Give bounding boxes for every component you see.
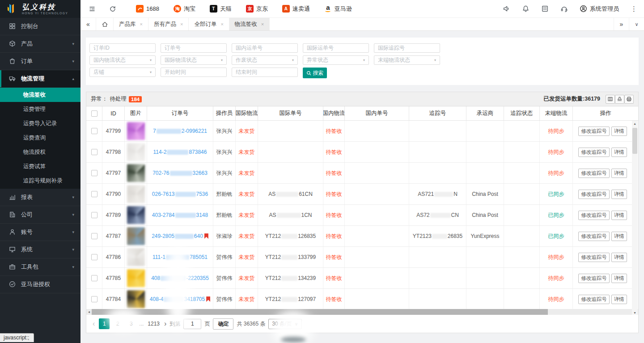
vertical-scrollbar[interactable]: ▴ ▾ bbox=[632, 121, 638, 316]
edit-tracking-button[interactable]: 修改追踪号 bbox=[578, 274, 610, 283]
row-checkbox[interactable] bbox=[91, 191, 97, 197]
product-thumbnail[interactable] bbox=[127, 206, 145, 224]
detail-button[interactable]: 详情 bbox=[611, 169, 627, 178]
order-number-link[interactable]: 408-43418705 bbox=[150, 296, 205, 302]
tab-产品库[interactable]: 产品库× bbox=[114, 18, 148, 30]
more-menu-icon[interactable]: ⋮ bbox=[631, 5, 638, 13]
edit-tracking-button[interactable]: 修改追踪号 bbox=[578, 253, 610, 262]
detail-button[interactable]: 详情 bbox=[611, 127, 627, 136]
detail-button[interactable]: 详情 bbox=[611, 190, 627, 199]
tab-所有产品[interactable]: 所有产品× bbox=[148, 18, 189, 30]
sidebar-item-物流管理[interactable]: 物流管理▴ bbox=[0, 70, 80, 88]
edit-tracking-button[interactable]: 修改追踪号 bbox=[578, 232, 610, 241]
sidebar-item-工具包[interactable]: 工具包▾ bbox=[0, 258, 80, 276]
tabs-scroll-left-icon[interactable]: « bbox=[80, 18, 96, 30]
sidebar-item-系统[interactable]: 系统▾ bbox=[0, 241, 80, 258]
refresh-icon[interactable] bbox=[109, 5, 116, 13]
row-checkbox[interactable] bbox=[91, 212, 97, 218]
filter-input-国内运单号[interactable]: 国内运单号 bbox=[232, 43, 298, 53]
product-thumbnail[interactable] bbox=[127, 290, 145, 308]
sidebar-subitem-运费导入记录[interactable]: 运费导入记录 bbox=[0, 116, 80, 131]
sidebar-subitem-运费查询[interactable]: 运费查询 bbox=[0, 131, 80, 145]
page-number-1213[interactable]: 1213 bbox=[146, 318, 161, 329]
platform-link-淘宝[interactable]: 淘淘宝 bbox=[174, 5, 195, 13]
sidebar-item-公司[interactable]: 公司▾ bbox=[0, 206, 80, 224]
scroll-up-arrow-icon[interactable]: ▴ bbox=[634, 121, 636, 127]
horizontal-scrollbar[interactable]: ◂ ▸ bbox=[86, 309, 638, 315]
filter-input-订单号[interactable]: 订单号 bbox=[161, 43, 227, 53]
platform-link-京东[interactable]: 京京东 bbox=[246, 5, 268, 13]
page-number-1[interactable]: 1 bbox=[99, 318, 110, 329]
product-thumbnail[interactable] bbox=[127, 185, 145, 203]
sidebar-subitem-物流授权[interactable]: 物流授权 bbox=[0, 145, 80, 159]
edit-tracking-button[interactable]: 修改追踪号 bbox=[578, 211, 610, 220]
edit-tracking-button[interactable]: 修改追踪号 bbox=[578, 295, 610, 304]
platform-link-1688[interactable]: 1688 bbox=[136, 5, 159, 13]
export-icon[interactable] bbox=[615, 95, 624, 104]
support-headset-icon[interactable] bbox=[560, 5, 568, 13]
detail-button[interactable]: 详情 bbox=[611, 232, 627, 241]
sidebar-subitem-运费试算[interactable]: 运费试算 bbox=[0, 159, 80, 174]
order-number-link[interactable]: 72-0996221 bbox=[153, 128, 207, 134]
edit-tracking-button[interactable]: 修改追踪号 bbox=[578, 190, 610, 199]
filter-select-国际物流状态[interactable]: 国际物流状态▾ bbox=[161, 55, 227, 65]
tab-物流签收[interactable]: 物流签收× bbox=[229, 18, 270, 30]
notification-bell-icon[interactable] bbox=[522, 5, 530, 13]
edit-tracking-button[interactable]: 修改追踪号 bbox=[578, 169, 610, 178]
page-size-select[interactable]: 30 条/页 ∨ bbox=[268, 319, 301, 329]
filter-input-结束时间[interactable]: 结束时间 bbox=[232, 68, 298, 77]
detail-button[interactable]: 详情 bbox=[611, 211, 627, 220]
search-button[interactable]: 搜索 bbox=[303, 68, 327, 78]
confirm-button[interactable]: 确定 bbox=[213, 318, 233, 330]
detail-button[interactable]: 详情 bbox=[611, 253, 627, 262]
filter-input-订单ID[interactable]: 订单ID bbox=[89, 43, 156, 53]
row-checkbox[interactable] bbox=[91, 233, 97, 239]
filter-select-异常状态[interactable]: 异常状态▾ bbox=[303, 55, 369, 65]
sidebar-item-订单[interactable]: 订单▾ bbox=[0, 53, 80, 70]
product-thumbnail[interactable] bbox=[127, 227, 145, 245]
product-thumbnail[interactable] bbox=[127, 122, 145, 140]
tab-全部订单[interactable]: 全部订单× bbox=[189, 18, 229, 30]
sidebar-collapse-icon[interactable] bbox=[89, 5, 96, 13]
page-number-2[interactable]: 2 bbox=[112, 318, 123, 329]
row-checkbox[interactable] bbox=[91, 296, 97, 302]
edit-tracking-button[interactable]: 修改追踪号 bbox=[578, 148, 610, 157]
filter-input-开始时间[interactable]: 开始时间 bbox=[161, 68, 227, 77]
row-checkbox[interactable] bbox=[91, 149, 97, 155]
sidebar-item-报表[interactable]: 报表▾ bbox=[0, 189, 80, 206]
platform-link-速卖通[interactable]: A速卖通 bbox=[282, 5, 310, 13]
filter-input-国际运单号[interactable]: 国际运单号 bbox=[303, 43, 369, 53]
close-tab-icon[interactable]: × bbox=[180, 21, 183, 27]
order-number-link[interactable]: 408-2220355 bbox=[151, 275, 209, 281]
scroll-left-arrow-icon[interactable]: ◂ bbox=[86, 309, 92, 315]
sidebar-subitem-运费管理[interactable]: 运费管理 bbox=[0, 102, 80, 116]
sidebar-item-产品[interactable]: 产品▾ bbox=[0, 35, 80, 53]
product-thumbnail[interactable] bbox=[127, 248, 145, 266]
sidebar-subitem-追踪号规则补录[interactable]: 追踪号规则补录 bbox=[0, 174, 80, 188]
row-checkbox[interactable] bbox=[91, 170, 97, 176]
row-checkbox[interactable] bbox=[91, 254, 97, 260]
sidebar-subitem-物流签收[interactable]: 物流签收 bbox=[0, 88, 80, 102]
detail-button[interactable]: 详情 bbox=[611, 295, 627, 304]
order-number-link[interactable]: 026-76137536 bbox=[152, 191, 208, 197]
filter-input-国际追踪号[interactable]: 国际追踪号 bbox=[374, 43, 440, 53]
columns-icon[interactable] bbox=[606, 95, 615, 104]
platform-link-天猫[interactable]: T天猫 bbox=[210, 5, 232, 13]
prev-page-icon[interactable]: ‹ bbox=[93, 320, 95, 328]
print-icon[interactable] bbox=[624, 95, 634, 104]
platform-link-亚马逊[interactable]: a亚马逊 bbox=[324, 5, 352, 13]
user-menu[interactable]: 系统管理员 bbox=[580, 5, 619, 13]
filter-select-末端物流状态[interactable]: 末端物流状态▾ bbox=[374, 55, 440, 65]
next-page-icon[interactable]: › bbox=[164, 320, 166, 328]
edit-tracking-button[interactable]: 修改追踪号 bbox=[578, 127, 610, 136]
row-checkbox[interactable] bbox=[91, 275, 97, 281]
close-tab-icon[interactable]: × bbox=[220, 21, 223, 27]
filter-select-店铺[interactable]: 店铺▾ bbox=[89, 68, 156, 77]
select-all-checkbox[interactable] bbox=[91, 110, 97, 117]
order-number-link[interactable]: 111-1785051 bbox=[153, 254, 208, 260]
tabs-scroll-right-icon[interactable]: » bbox=[614, 18, 629, 30]
home-tab[interactable] bbox=[96, 18, 114, 30]
order-number-link[interactable]: 702-7632663 bbox=[153, 170, 208, 176]
horizontal-scroll-thumb[interactable] bbox=[92, 309, 548, 315]
detail-button[interactable]: 详情 bbox=[611, 274, 627, 283]
